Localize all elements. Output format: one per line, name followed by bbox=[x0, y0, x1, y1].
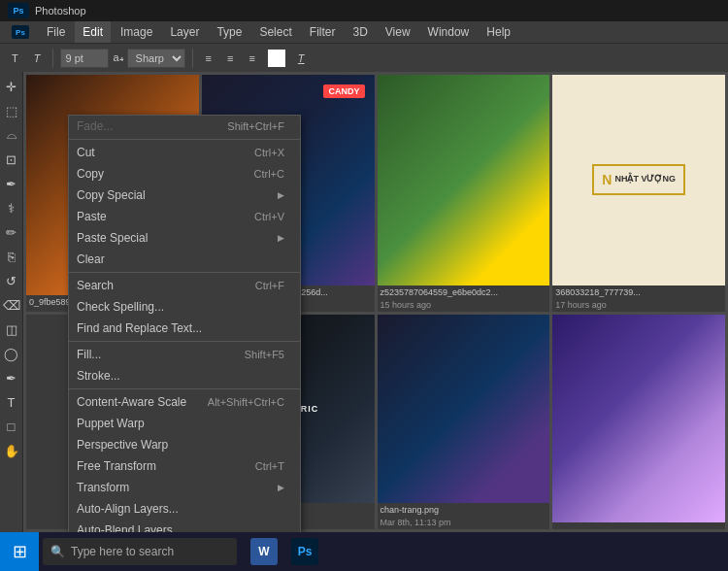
nv-logo-text: N NHẬT VƯỢNG bbox=[602, 172, 676, 187]
menu-cut[interactable]: Cut Ctrl+X bbox=[69, 142, 300, 163]
align-right-btn[interactable]: ≡ bbox=[243, 50, 260, 66]
menu-auto-align[interactable]: Auto-Align Layers... bbox=[69, 498, 300, 520]
menu-clear[interactable]: Clear bbox=[69, 249, 300, 270]
photo-thumb-8 bbox=[552, 315, 725, 523]
toolbar-divider-2 bbox=[192, 49, 193, 68]
options-toolbar: T T a₄ Sharp ≡ ≡ ≡ T bbox=[0, 43, 728, 72]
menu-copy-special[interactable]: Copy Special bbox=[69, 185, 300, 206]
menu-fade[interactable]: Fade... Shift+Ctrl+F bbox=[69, 116, 300, 137]
taskbar-word-icon[interactable]: W bbox=[245, 532, 283, 571]
menu-window[interactable]: Window bbox=[420, 21, 478, 43]
clone-tool[interactable]: ⎘ bbox=[1, 246, 22, 267]
dodge-tool[interactable]: ◯ bbox=[1, 343, 22, 364]
photo-time-7: Mar 8th, 11:13 pm bbox=[378, 517, 550, 529]
pen-tool[interactable]: ✒ bbox=[1, 367, 22, 388]
photo-name-3: z5235787064559_e6be0dc2... bbox=[378, 286, 550, 299]
type-tool-btn[interactable]: T bbox=[6, 50, 24, 66]
menu-layer[interactable]: Layer bbox=[162, 21, 207, 43]
sep1 bbox=[69, 139, 300, 140]
move-tool[interactable]: ✛ bbox=[1, 76, 22, 97]
toolbar-divider-1 bbox=[52, 49, 53, 68]
content-area: 0_9fbe589e0... CANDY z5235787064791_9bee… bbox=[23, 72, 728, 532]
edit-dropdown-menu[interactable]: Fade... Shift+Ctrl+F Cut Ctrl+X Copy Ctr… bbox=[68, 115, 301, 532]
align-left-btn[interactable]: ≡ bbox=[200, 50, 217, 66]
select-tool[interactable]: ⬚ bbox=[1, 100, 22, 121]
brush-tool[interactable]: ✏ bbox=[1, 221, 22, 243]
crop-tool[interactable]: ⊡ bbox=[1, 149, 22, 170]
menu-paste-special[interactable]: Paste Special bbox=[69, 227, 300, 249]
menu-perspective-warp[interactable]: Perspective Warp bbox=[69, 434, 300, 455]
sep4 bbox=[69, 388, 300, 389]
menu-3d[interactable]: 3D bbox=[345, 21, 375, 43]
taskbar: ⊞ 🔍 Type here to search W Ps bbox=[0, 532, 728, 571]
photo-time-3: 15 hours ago bbox=[378, 299, 550, 312]
menu-ps[interactable]: Ps bbox=[4, 21, 37, 43]
menu-fill[interactable]: Fill... Shift+F5 bbox=[69, 344, 300, 365]
sep3 bbox=[69, 341, 300, 342]
eraser-tool[interactable]: ⌫ bbox=[1, 294, 22, 316]
side-toolbar: ✛ ⬚ ⌓ ⊡ ✒ ⚕ ✏ ⎘ ↺ ⌫ ◫ ◯ ✒ T □ ✋ bbox=[0, 72, 23, 532]
photo-thumb-3 bbox=[378, 75, 550, 286]
aa-label: a₄ bbox=[113, 51, 122, 64]
titlebar: Ps Photoshop bbox=[0, 0, 728, 21]
photo-time-8 bbox=[552, 526, 725, 529]
menu-view[interactable]: View bbox=[378, 21, 418, 43]
photo-item[interactable] bbox=[552, 315, 725, 530]
photoshop-app: Ps Photoshop Ps File Edit Image Layer Ty… bbox=[0, 0, 728, 532]
eyedrop-tool[interactable]: ✒ bbox=[1, 173, 22, 194]
search-placeholder: Type here to search bbox=[71, 545, 174, 558]
type-tool-btn2[interactable]: T bbox=[28, 50, 47, 66]
menu-type[interactable]: Type bbox=[209, 21, 249, 43]
menu-select[interactable]: Select bbox=[251, 21, 299, 43]
warp-text-btn[interactable]: T bbox=[292, 50, 311, 66]
type-tool[interactable]: T bbox=[1, 391, 22, 413]
aa-select[interactable]: Sharp bbox=[127, 49, 185, 68]
menu-help[interactable]: Help bbox=[479, 21, 518, 43]
nv-logo-container: N NHẬT VƯỢNG bbox=[592, 164, 685, 195]
heal-tool[interactable]: ⚕ bbox=[1, 197, 22, 218]
lasso-tool[interactable]: ⌓ bbox=[1, 124, 22, 146]
search-icon: 🔍 bbox=[50, 545, 65, 558]
menu-file[interactable]: File bbox=[39, 21, 73, 43]
nhat-vuong-text: NHẬT VƯỢNG bbox=[614, 175, 676, 185]
ps-logo: Ps bbox=[8, 3, 29, 18]
menu-spell[interactable]: Check Spelling... bbox=[69, 296, 300, 318]
menu-paste[interactable]: Paste Ctrl+V bbox=[69, 206, 300, 227]
main-area: ✛ ⬚ ⌓ ⊡ ✒ ⚕ ✏ ⎘ ↺ ⌫ ◫ ◯ ✒ T □ ✋ 0_9fbe58 bbox=[0, 72, 728, 532]
menu-search[interactable]: Search Ctrl+F bbox=[69, 275, 300, 296]
taskbar-icons: W Ps bbox=[245, 532, 324, 571]
history-tool[interactable]: ↺ bbox=[1, 270, 22, 291]
photo-name-7: chan-trang.png bbox=[378, 503, 550, 517]
app-title: Photoshop bbox=[35, 5, 86, 17]
align-center-btn[interactable]: ≡ bbox=[221, 50, 239, 66]
menu-edit[interactable]: Edit bbox=[75, 21, 111, 43]
menu-transform[interactable]: Transform bbox=[69, 477, 300, 498]
photo-time-4: 17 hours ago bbox=[552, 299, 725, 312]
word-icon: W bbox=[250, 538, 278, 565]
menu-copy[interactable]: Copy Ctrl+C bbox=[69, 163, 300, 185]
menu-find-replace[interactable]: Find and Replace Text... bbox=[69, 318, 300, 339]
menu-stroke[interactable]: Stroke... bbox=[69, 365, 300, 386]
start-button[interactable]: ⊞ bbox=[0, 532, 39, 571]
font-size-input[interactable] bbox=[60, 49, 109, 68]
photo-item[interactable]: N NHẬT VƯỢNG 368033218_777739... 17 hour… bbox=[552, 75, 725, 312]
color-swatch[interactable] bbox=[268, 50, 285, 67]
menu-content-aware[interactable]: Content-Aware Scale Alt+Shift+Ctrl+C bbox=[69, 391, 300, 413]
menubar: Ps File Edit Image Layer Type Select Fil… bbox=[0, 21, 728, 43]
photo-item[interactable]: chan-trang.png Mar 8th, 11:13 pm bbox=[378, 315, 550, 530]
hand-tool[interactable]: ✋ bbox=[1, 440, 22, 461]
gradient-tool[interactable]: ◫ bbox=[1, 319, 22, 340]
photo-item[interactable]: z5235787064559_e6be0dc2... 15 hours ago bbox=[378, 75, 550, 312]
photo-thumb-7 bbox=[378, 315, 550, 504]
menu-filter[interactable]: Filter bbox=[302, 21, 344, 43]
photo-name-4: 368033218_777739... bbox=[552, 286, 725, 299]
menu-auto-blend[interactable]: Auto-Blend Layers... bbox=[69, 520, 300, 532]
shape-tool[interactable]: □ bbox=[1, 416, 22, 437]
menu-puppet-warp[interactable]: Puppet Warp bbox=[69, 413, 300, 434]
menu-free-transform[interactable]: Free Transform Ctrl+T bbox=[69, 455, 300, 477]
menu-fade-label: Fade... bbox=[77, 119, 113, 133]
taskbar-search[interactable]: 🔍 Type here to search bbox=[43, 538, 237, 565]
taskbar-ps-icon[interactable]: Ps bbox=[285, 532, 324, 571]
nv-icon: N bbox=[602, 172, 612, 187]
menu-image[interactable]: Image bbox=[113, 21, 160, 43]
